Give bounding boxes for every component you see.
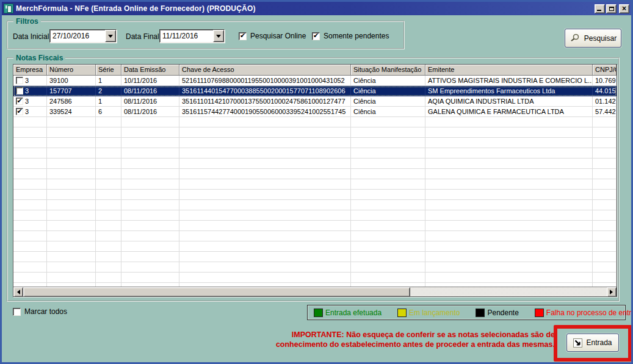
- empty-cell: [425, 231, 593, 241]
- pesquisar-online-label: Pesquisar Online: [250, 32, 306, 40]
- empty-cell: [351, 231, 425, 241]
- empty-cell: [425, 252, 593, 262]
- scroll-left-button[interactable]: [13, 287, 23, 297]
- marcar-todos-checkbox[interactable]: Marcar todos: [13, 307, 67, 316]
- emitente-cell: SM Empreendimentos Farmaceuticos Ltda: [425, 86, 593, 96]
- empresa-cell: 3: [13, 107, 47, 117]
- serie-cell: 1: [96, 96, 121, 107]
- pesquisar-online-checkbox[interactable]: Pesquisar Online: [239, 32, 306, 40]
- empty-cell: [593, 159, 617, 169]
- empty-cell: [351, 117, 425, 127]
- empty-cell: [351, 273, 425, 283]
- empty-cell: [47, 159, 96, 169]
- empty-cell: [13, 252, 47, 262]
- empty-cell: [179, 241, 351, 252]
- legend-label: Em lançamento: [409, 309, 460, 317]
- empty-cell: [351, 138, 425, 148]
- empty-cell: [593, 190, 617, 200]
- empty-cell: [179, 169, 351, 179]
- data-final-combobox[interactable]: 11/11/2016: [159, 29, 225, 43]
- row-checkbox[interactable]: [16, 87, 23, 95]
- window-title: MerchFórmula - NFe (Entrada Online de Fo…: [16, 4, 595, 13]
- arrow-right-icon: [610, 290, 615, 294]
- column-header-situacao[interactable]: Situação Manifestação: [351, 65, 425, 76]
- column-header-serie[interactable]: Série: [96, 65, 121, 76]
- scroll-right-button[interactable]: [607, 287, 617, 297]
- checkbox-box[interactable]: [312, 32, 320, 40]
- empty-cell: [13, 210, 47, 221]
- empty-cell: [351, 210, 425, 221]
- column-header-numero[interactable]: Número: [47, 65, 96, 76]
- table-row[interactable]: 3 339524 6 08/11/2016 351611574427740001…: [13, 107, 617, 117]
- empty-cell: [179, 210, 351, 221]
- chave-cell: 3516115744277400019055006000339524100255…: [179, 107, 351, 117]
- row-checkbox[interactable]: [16, 108, 23, 115]
- row-checkbox[interactable]: [16, 98, 23, 105]
- cnpj-cell: 10.769.: [593, 76, 617, 86]
- empty-cell: [47, 241, 96, 252]
- empty-cell: [179, 179, 351, 190]
- empty-cell: [96, 190, 121, 200]
- column-header-cnpj[interactable]: CNPJ/C: [593, 65, 617, 76]
- empty-cell: [96, 117, 121, 127]
- column-header-emitente[interactable]: Emitente: [425, 65, 593, 76]
- title-bar[interactable]: MerchFórmula - NFe (Entrada Online de Fo…: [2, 2, 631, 15]
- empty-cell: [425, 117, 593, 127]
- column-header-empresa[interactable]: Empresa: [13, 65, 47, 76]
- close-button[interactable]: ×: [619, 4, 629, 13]
- table-row[interactable]: 3 247586 1 08/11/2016 351611011421070001…: [13, 96, 617, 107]
- green-status-swatch: [314, 309, 323, 317]
- table-row[interactable]: 3 39100 1 10/11/2016 5216111076988000011…: [13, 76, 617, 86]
- entrada-button-label: Entrada: [586, 338, 612, 347]
- empty-cell: [593, 200, 617, 210]
- pesquisar-button[interactable]: Pesquisar: [565, 29, 621, 48]
- empty-cell: [96, 231, 121, 241]
- table-filler-row: [13, 159, 617, 169]
- notas-table: Empresa Número Série Data Emissão Chave …: [13, 64, 617, 297]
- data-inicial-value: 27/10/2016: [50, 30, 105, 42]
- empty-cell: [13, 231, 47, 241]
- maximize-icon: [609, 7, 614, 11]
- chevron-down-icon[interactable]: [213, 30, 224, 42]
- empty-cell: [351, 241, 425, 252]
- empty-cell: [96, 127, 121, 138]
- empty-cell: [179, 159, 351, 169]
- empty-cell: [425, 159, 593, 169]
- column-header-data-emissao[interactable]: Data Emissão: [121, 65, 179, 76]
- empty-cell: [96, 273, 121, 283]
- data-emissao-cell: 08/11/2016: [121, 96, 179, 107]
- table-filler-row: [13, 148, 617, 159]
- horizontal-scrollbar[interactable]: [13, 287, 617, 296]
- entrada-button[interactable]: Entrada: [566, 334, 619, 352]
- chevron-down-icon[interactable]: [105, 30, 116, 42]
- close-icon: ×: [622, 5, 626, 12]
- situacao-cell: Ciência: [351, 107, 425, 117]
- table-header-row: Empresa Número Série Data Emissão Chave …: [13, 65, 617, 76]
- warning-line-1: IMPORTANTE: Não esqueça de conferir se a…: [270, 330, 555, 340]
- table-filler-row: [13, 273, 617, 283]
- table-filler-row: [13, 231, 617, 241]
- data-inicial-combobox[interactable]: 27/10/2016: [49, 29, 117, 43]
- empty-cell: [593, 262, 617, 273]
- column-header-chave[interactable]: Chave de Acesso: [179, 65, 351, 76]
- table-row[interactable]: 3 157707 2 08/11/2016 351611440154770003…: [13, 86, 617, 96]
- scrollbar-thumb[interactable]: [23, 287, 410, 297]
- table-filler-row: [13, 210, 617, 221]
- empty-cell: [47, 221, 96, 231]
- row-checkbox[interactable]: [16, 77, 23, 84]
- checkbox-box[interactable]: [13, 308, 21, 316]
- empty-cell: [13, 221, 47, 231]
- minimize-button[interactable]: [595, 4, 605, 13]
- somente-pendentes-checkbox[interactable]: Somente pendentes: [312, 32, 389, 40]
- empty-cell: [425, 169, 593, 179]
- black-status-swatch: [476, 309, 485, 317]
- emitente-cell: GALENA QUIMICA E FARMACEUTICA LTDA: [425, 107, 593, 117]
- table-filler-row: [13, 221, 617, 231]
- empty-cell: [179, 138, 351, 148]
- checkbox-box[interactable]: [239, 32, 247, 40]
- status-legend: Entrada efetuada Em lançamento Pendente …: [307, 305, 626, 320]
- empty-cell: [425, 200, 593, 210]
- minimize-icon: [597, 10, 601, 11]
- data-emissao-cell: 10/11/2016: [121, 76, 179, 86]
- maximize-button[interactable]: [606, 4, 617, 13]
